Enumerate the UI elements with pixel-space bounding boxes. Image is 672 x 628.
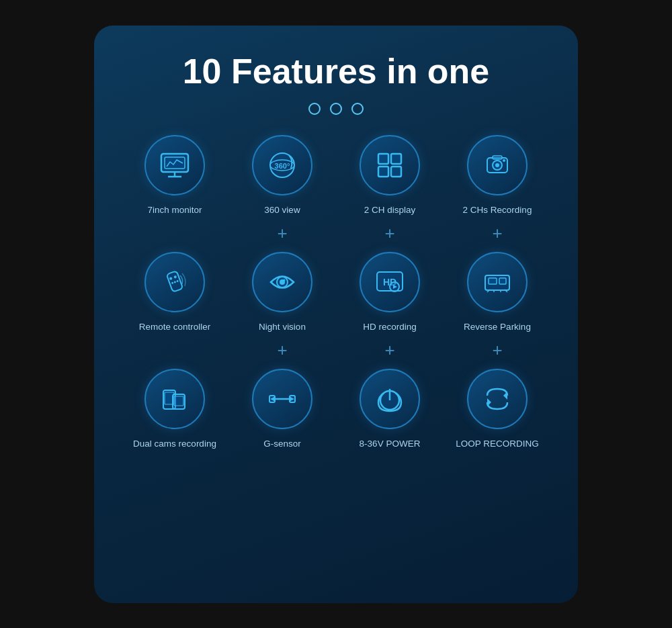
night-vision-icon-circle	[252, 252, 312, 312]
feature-row-3: Dual cams recording G-sensor	[121, 369, 551, 449]
plus-sign-2d: +	[450, 340, 544, 361]
loop-recording-label: LOOP RECORDING	[456, 439, 539, 449]
power-label: 8-36V POWER	[360, 439, 421, 449]
feature-hd-recording: HD HD recording	[343, 252, 437, 332]
outer-background: 10 Features in one	[0, 0, 672, 628]
dual-cams-icon-circle	[144, 369, 205, 429]
feature-7inch-monitor: 7inch monitor	[128, 135, 222, 215]
page-title: 10 Features in one	[183, 52, 490, 91]
svg-point-13	[495, 163, 499, 167]
svg-rect-8	[391, 154, 401, 164]
loop-recording-icon-circle	[467, 369, 528, 429]
svg-rect-14	[493, 156, 502, 159]
2chs-recording-label: 2 CHs Recording	[463, 205, 532, 215]
svg-point-15	[503, 159, 505, 162]
7inch-monitor-icon-circle	[144, 135, 205, 195]
plus-icon-6: +	[492, 340, 502, 360]
plus-row-2: + + +	[121, 332, 551, 369]
plus-icon-3: +	[492, 223, 502, 243]
feature-reverse-parking: Reverse Parking	[450, 252, 544, 332]
svg-rect-9	[378, 167, 388, 177]
svg-point-24	[284, 279, 286, 281]
svg-marker-48	[487, 398, 491, 406]
plus-sign-1b: +	[235, 223, 329, 244]
svg-marker-47	[503, 392, 507, 400]
plus-icon-5: +	[384, 340, 394, 360]
hd-recording-label: HD recording	[363, 322, 417, 332]
plus-icon-1: +	[277, 223, 287, 243]
hd-recording-icon-circle: HD	[360, 252, 420, 312]
2ch-display-label: 2 CH display	[364, 205, 416, 215]
plus-row-1: + + +	[121, 215, 551, 252]
feature-2ch-display: 2 CH display	[343, 135, 437, 215]
plus-spacer-1a	[128, 223, 222, 244]
pagination-dots	[308, 103, 364, 115]
dot-2	[330, 103, 342, 115]
feature-g-sensor: G-sensor	[235, 369, 329, 449]
svg-rect-10	[391, 167, 401, 177]
remote-controller-label: Remote controller	[139, 322, 211, 332]
plus-icon-4: +	[277, 340, 287, 360]
360-view-icon-circle: 360°	[252, 135, 312, 195]
svg-text:360°: 360°	[275, 162, 290, 170]
dot-3	[351, 103, 364, 115]
features-grid: 7inch monitor 360° 360 view	[121, 135, 551, 449]
dual-cams-label: Dual cams recording	[133, 439, 216, 449]
feature-row-2: Remote controller Night vision	[121, 252, 551, 332]
feature-dual-cams: Dual cams recording	[128, 369, 222, 449]
360-view-label: 360 view	[264, 205, 300, 215]
7inch-monitor-label: 7inch monitor	[147, 205, 202, 215]
2ch-display-icon-circle	[360, 135, 420, 195]
feature-remote-controller: Remote controller	[128, 252, 222, 332]
feature-360-view: 360° 360 view	[235, 135, 329, 215]
feature-power: 8-36V POWER	[343, 369, 437, 449]
plus-sign-2b: +	[235, 340, 329, 361]
feature-loop-recording: LOOP RECORDING	[450, 369, 544, 449]
svg-rect-31	[499, 278, 506, 284]
feature-card: 10 Features in one	[94, 26, 578, 603]
g-sensor-label: G-sensor	[263, 439, 301, 449]
plus-sign-2c: +	[343, 340, 437, 361]
feature-2chs-recording: 2 CHs Recording	[450, 135, 544, 215]
reverse-parking-icon-circle	[467, 252, 528, 312]
plus-sign-1d: +	[450, 223, 544, 244]
g-sensor-icon-circle	[252, 369, 312, 429]
reverse-parking-label: Reverse Parking	[464, 322, 531, 332]
svg-rect-30	[489, 278, 497, 284]
plus-sign-1c: +	[343, 223, 437, 244]
svg-rect-39	[174, 396, 183, 406]
dot-1	[308, 103, 321, 115]
feature-night-vision: Night vision	[235, 252, 329, 332]
plus-spacer-2a	[128, 340, 222, 361]
2chs-recording-icon-circle	[467, 135, 528, 195]
night-vision-label: Night vision	[259, 322, 306, 332]
svg-rect-7	[378, 154, 388, 164]
remote-controller-icon-circle	[144, 252, 205, 312]
power-icon-circle	[360, 369, 420, 429]
feature-row-1: 7inch monitor 360° 360 view	[121, 135, 551, 215]
plus-icon-2: +	[384, 223, 394, 243]
